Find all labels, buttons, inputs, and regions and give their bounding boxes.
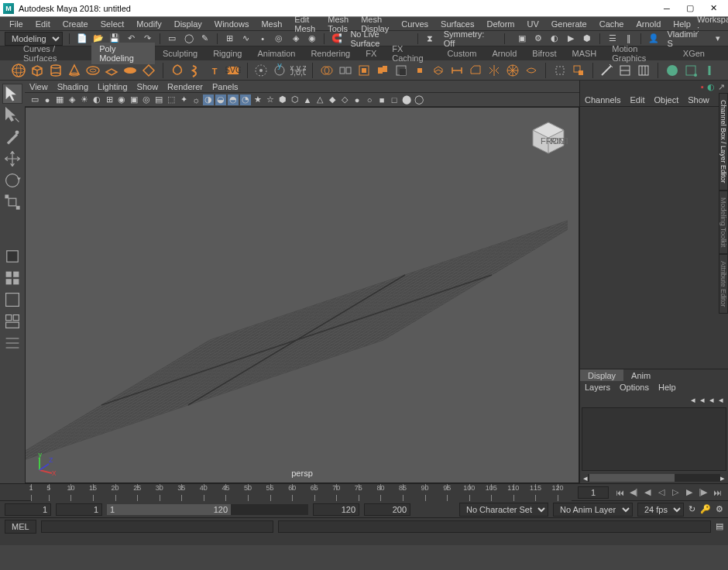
viewtool-25[interactable]: ◇ [339,94,350,105]
viewtool-29[interactable]: □ [389,94,400,105]
viewmenu-renderer[interactable]: Renderer [167,82,203,91]
extrude-icon-icon[interactable] [431,61,446,80]
ipr-icon[interactable]: ◐ [548,33,560,45]
menu-edit[interactable]: Edit [29,18,57,30]
script-editor-icon[interactable]: ▤ [716,521,723,531]
poly-cube-icon[interactable] [29,61,45,80]
viewtool-7[interactable]: ◉ [116,94,127,105]
command-input[interactable] [41,520,273,533]
shelf-tab-mash[interactable]: MASH [564,47,604,60]
menu-surfaces[interactable]: Surfaces [434,18,480,30]
last-tool[interactable] [2,246,22,266]
bevel-icon-icon[interactable] [468,61,483,80]
shelf-tab-sculpting[interactable]: Sculpting [155,47,205,60]
select-tool[interactable] [2,84,22,104]
sidebartab-attribute-editor[interactable]: Attribute Editor [719,254,728,314]
shelf-tab-custom[interactable]: Custom [440,47,485,60]
viewmenu-shading[interactable]: Shading [57,82,88,91]
sculpt-icon-icon[interactable] [664,61,680,80]
smooth-icon-icon[interactable] [356,61,372,80]
layertab-anim[interactable]: Anim [623,369,658,381]
render-settings-icon[interactable]: ⚙ [532,33,544,45]
poly-plane-icon[interactable] [104,61,119,80]
playblast-icon[interactable]: ▶ [565,33,577,45]
viewtool-20[interactable]: ⬢ [277,94,288,105]
soft-select-icon[interactable] [253,61,269,80]
scale-tool[interactable] [2,192,22,212]
crease-tool-icon[interactable] [702,61,717,80]
snap-curve-icon[interactable]: ∿ [240,33,252,45]
edge-flow-icon[interactable] [524,61,539,80]
menu-uv[interactable]: UV [521,18,545,30]
hypershade-icon[interactable]: ⬢ [582,33,593,45]
character-set-dropdown[interactable]: No Character Set [459,503,548,517]
shelf-tab-rendering[interactable]: Rendering [303,47,358,60]
move-tool[interactable] [2,149,22,169]
multi-cut-icon[interactable] [599,61,614,80]
paint-tool[interactable] [2,127,22,147]
viewtool-0[interactable]: ▭ [29,94,40,105]
view-cube[interactable]: FRONTRIGHT [529,118,568,157]
anim-layer-dropdown[interactable]: No Anim Layer [553,503,633,517]
viewtool-24[interactable]: ◆ [327,94,338,105]
viewtool-1[interactable]: ● [42,94,53,105]
step-forward-key-button[interactable]: |▶ [697,486,709,499]
play-forward-button[interactable]: ▷ [669,486,682,499]
pivot-icon[interactable]: y [272,61,287,80]
goto-start-button[interactable]: ⏮ [613,486,626,499]
super-shape-icon[interactable] [170,61,185,80]
viewtool-4[interactable]: ☀ [79,94,90,105]
menu-mesh[interactable]: Mesh [255,18,288,30]
layer-add-icon[interactable]: ◂ [719,395,723,405]
viewtool-15[interactable]: ◒ [215,94,226,105]
snap-grid-icon[interactable]: ⊞ [224,33,235,45]
layer-scrollbar[interactable]: ◂▸ [580,472,728,483]
range-out-field[interactable] [313,503,359,516]
poly-sphere-icon[interactable] [11,61,26,80]
menu-create[interactable]: Create [57,18,94,30]
channelmenu-object[interactable]: Object [654,95,678,105]
layertab-display[interactable]: Display [580,369,623,381]
platonic-icon[interactable] [141,61,156,80]
rotate-tool[interactable] [2,170,22,191]
render-icon[interactable]: ▣ [516,33,527,45]
layermenu-options[interactable]: Options [620,383,649,392]
step-back-key-button[interactable]: ◀| [627,486,640,499]
viewtool-16[interactable]: ◓ [228,94,239,105]
boolean-inter-icon[interactable] [412,61,428,80]
channelbox-toggle-icon[interactable]: ▪ [701,82,704,91]
viewtool-11[interactable]: ⬚ [166,94,177,105]
viewtool-26[interactable]: ● [352,94,362,105]
menu-arnold[interactable]: Arnold [630,18,667,30]
viewtool-3[interactable]: ◈ [67,94,77,105]
shelf-tab-animation[interactable]: Animation [249,47,303,60]
viewtool-23[interactable]: △ [314,94,325,105]
channelmenu-channels[interactable]: Channels [585,95,620,105]
layer-playback-icon[interactable]: ◂ [700,395,705,405]
insert-edge-icon[interactable] [636,61,651,80]
channelmenu-show[interactable]: Show [688,95,709,105]
attribute-toggle-icon[interactable]: ◐ [707,82,715,92]
goto-end-button[interactable]: ⏭ [711,486,723,499]
script-language-label[interactable]: MEL [5,520,36,534]
poly-helix-icon[interactable] [188,61,204,80]
menu-cache[interactable]: Cache [593,18,630,30]
poke-icon-icon[interactable] [505,61,520,80]
combine-icon[interactable] [319,61,335,80]
sidebartab-modeling-toolkit[interactable]: Modeling Toolkit [719,191,728,254]
viewtool-27[interactable]: ○ [364,94,375,105]
prefs-icon[interactable]: ⚙ [716,504,723,514]
minimize-button[interactable]: ─ [655,0,678,17]
range-in-field[interactable] [56,503,102,516]
menu-modify[interactable]: Modify [130,18,167,30]
viewtool-10[interactable]: ▤ [153,94,164,105]
viewtool-18[interactable]: ★ [252,94,263,105]
poly-append-icon[interactable] [571,61,586,80]
poly-cylinder-icon[interactable] [48,61,64,80]
magnet-icon[interactable]: 🧲 [331,33,342,45]
layer-list[interactable] [582,407,726,471]
step-forward-button[interactable]: ▶ [683,486,695,499]
range-end-field[interactable] [364,503,410,516]
viewtool-30[interactable]: ⬤ [401,94,412,105]
snap-view-icon[interactable]: ◈ [290,33,301,45]
